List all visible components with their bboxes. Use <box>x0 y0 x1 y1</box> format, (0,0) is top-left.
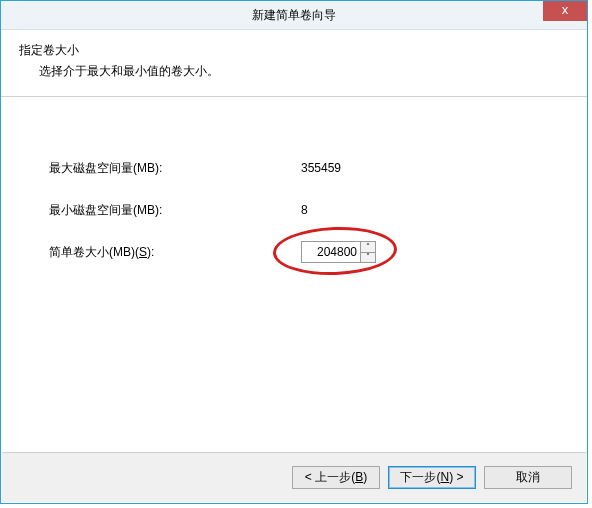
titlebar: 新建简单卷向导 x <box>1 1 587 30</box>
wizard-footer: < 上一步(B) 下一步(N) > 取消 <box>2 452 586 502</box>
back-button[interactable]: < 上一步(B) <box>292 466 380 489</box>
max-space-label: 最大磁盘空间量(MB): <box>49 160 162 177</box>
window-title: 新建简单卷向导 <box>252 7 336 24</box>
volume-size-spinner: ˄ ˅ <box>301 241 376 263</box>
spinner-down-button[interactable]: ˅ <box>360 252 376 264</box>
wizard-content: 最大磁盘空间量(MB): 355459 最小磁盘空间量(MB): 8 简单卷大小… <box>1 97 587 481</box>
row-max-space: 最大磁盘空间量(MB): 355459 <box>1 157 587 179</box>
spinner-buttons: ˄ ˅ <box>360 241 376 263</box>
min-space-label: 最小磁盘空间量(MB): <box>49 202 162 219</box>
close-button[interactable]: x <box>543 1 587 21</box>
next-button[interactable]: 下一步(N) > <box>388 466 476 489</box>
page-title: 指定卷大小 <box>19 42 569 59</box>
max-space-value: 355459 <box>301 161 341 175</box>
volume-size-label: 简单卷大小(MB)(S): <box>49 244 154 261</box>
row-min-space: 最小磁盘空间量(MB): 8 <box>1 199 587 221</box>
wizard-header: 指定卷大小 选择介于最大和最小值的卷大小。 <box>1 30 587 97</box>
wizard-window: 新建简单卷向导 x 指定卷大小 选择介于最大和最小值的卷大小。 最大磁盘空间量(… <box>0 0 588 504</box>
row-volume-size: 简单卷大小(MB)(S): ˄ ˅ <box>1 241 587 263</box>
spinner-up-button[interactable]: ˄ <box>360 241 376 252</box>
page-subtitle: 选择介于最大和最小值的卷大小。 <box>39 63 569 80</box>
cancel-button[interactable]: 取消 <box>484 466 572 489</box>
volume-size-input[interactable] <box>301 241 360 263</box>
min-space-value: 8 <box>301 203 308 217</box>
